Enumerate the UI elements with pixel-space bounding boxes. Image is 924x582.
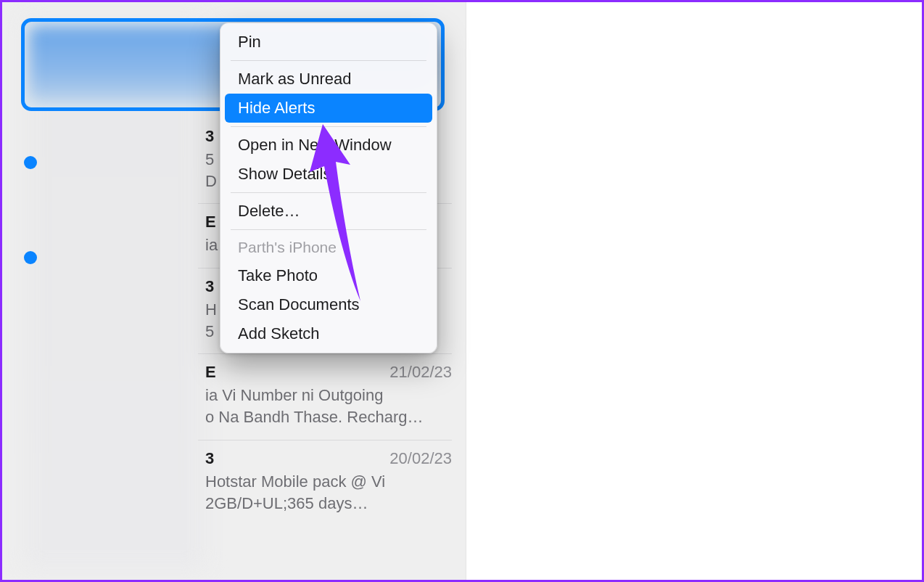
conversation-name-stub: 3 [205,277,214,296]
conversation-preview: ia Vi Number ni Outgoing o Na Bandh Thas… [205,385,452,427]
conversation-row[interactable]: E 21/02/23 ia Vi Number ni Outgoing o Na… [198,354,452,440]
menu-mark-unread[interactable]: Mark as Unread [225,65,432,94]
unread-dot [24,156,37,169]
conversation-name-stub: E [205,213,216,231]
conversation-name-stub: 3 [205,127,214,146]
menu-delete[interactable]: Delete… [225,197,432,226]
menu-add-sketch[interactable]: Add Sketch [225,319,432,348]
context-menu: Pin Mark as Unread Hide Alerts Open in N… [220,22,437,353]
messages-app-left-pane: 3 5 D E ia 3 H 5 E 21/02/23 ia Vi Numb [2,2,466,580]
menu-separator [231,60,426,61]
conversation-preview: Hotstar Mobile pack @ Vi 2GB/D+UL;365 da… [205,471,452,514]
conversation-row[interactable]: 3 20/02/23 Hotstar Mobile pack @ Vi 2GB/… [198,440,452,525]
menu-separator [231,229,426,230]
menu-separator [231,126,426,127]
menu-show-details[interactable]: Show Details [225,160,432,189]
conversation-date: 21/02/23 [389,363,452,382]
conversation-name-stub: E [205,363,216,382]
menu-open-new-window[interactable]: Open in New Window [225,131,432,160]
conversation-name-stub: 3 [205,449,214,468]
menu-pin[interactable]: Pin [225,28,432,57]
menu-take-photo[interactable]: Take Photo [225,261,432,290]
menu-device-label: Parth's iPhone [225,234,432,261]
menu-hide-alerts[interactable]: Hide Alerts [225,94,432,123]
conversation-date: 20/02/23 [389,449,452,468]
unread-dot [24,251,37,264]
menu-scan-documents[interactable]: Scan Documents [225,290,432,319]
menu-separator [231,192,426,193]
